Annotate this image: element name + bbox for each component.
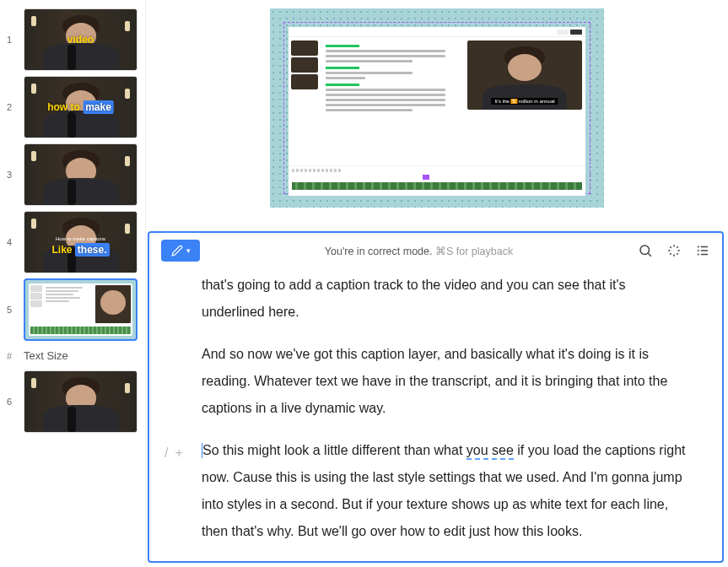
transcript-body[interactable]: that's going to add a caption track to t…: [149, 268, 722, 561]
transcript-paragraph[interactable]: / + So this might look a little differen…: [183, 437, 688, 545]
pencil-icon: [171, 245, 183, 256]
thumbnail-index: 1: [7, 35, 20, 45]
search-icon[interactable]: [638, 243, 653, 258]
preview-frame[interactable]: It's the 5 million in annual: [270, 8, 604, 208]
text-cursor: [202, 443, 202, 458]
hash-icon: #: [7, 351, 20, 361]
thumbnail-index: 6: [7, 397, 20, 407]
thumbnail-row-2[interactable]: 2 how to make: [7, 76, 138, 138]
caption-text: make: [83, 100, 114, 114]
caption-small: How to make captions: [56, 236, 105, 241]
thumbnail-image: [24, 143, 138, 206]
thumbnail-image: [24, 370, 138, 433]
thumbnail-sidebar: 1 video 2 how to make 3: [0, 0, 145, 567]
mode-status: You're in correct mode. ⌘S for playback: [208, 245, 629, 257]
caption-text: video: [67, 34, 94, 46]
video-preview-area: It's the 5 million in annual: [146, 0, 728, 230]
text-size-control[interactable]: # Text Size: [7, 346, 138, 365]
caption-text: these.: [75, 243, 110, 256]
add-block-handle[interactable]: +: [175, 440, 182, 467]
preview-video-thumbnail: It's the 5 million in annual: [467, 40, 582, 110]
svg-point-5: [698, 251, 698, 251]
slash-command-handle[interactable]: /: [164, 440, 168, 467]
thumbnail-row-1[interactable]: 1 video: [7, 8, 138, 71]
thumbnail-row-6[interactable]: 6: [7, 370, 138, 433]
thumbnail-image-selected: [24, 278, 138, 341]
thumbnail-row-3[interactable]: 3: [7, 143, 138, 206]
sparkle-icon[interactable]: [666, 243, 682, 258]
edit-mode-button[interactable]: ▾: [161, 240, 200, 262]
thumbnail-index: 2: [7, 102, 20, 112]
thumbnail-image: video: [24, 8, 138, 71]
thumbnail-index: 5: [7, 305, 20, 315]
transcript-paragraph[interactable]: And so now we've got this caption layer,…: [183, 341, 688, 422]
main-content: It's the 5 million in annual ▾: [145, 0, 728, 567]
text-size-label: Text Size: [24, 349, 68, 362]
thumbnail-image: how to make: [24, 76, 138, 138]
svg-point-4: [698, 246, 698, 247]
list-icon[interactable]: [695, 243, 710, 258]
thumbnail-row-5[interactable]: 5: [7, 278, 138, 341]
svg-point-6: [698, 254, 698, 255]
preview-video-caption: It's the 5 million in annual: [491, 98, 558, 105]
transcript-editor-panel: ▾ You're in correct mode. ⌘S for playbac…: [148, 231, 724, 563]
editor-toolbar: ▾ You're in correct mode. ⌘S for playbac…: [149, 233, 722, 268]
chevron-down-icon: ▾: [186, 246, 191, 255]
preview-editor-ui: It's the 5 million in annual: [289, 27, 585, 196]
thumbnail-index: 4: [7, 237, 20, 247]
linked-phrase[interactable]: you see: [466, 443, 514, 460]
thumbnail-index: 3: [7, 170, 20, 180]
svg-point-0: [640, 246, 650, 255]
thumbnail-row-4[interactable]: 4 How to make captions Like these.: [7, 211, 138, 273]
thumbnail-image: How to make captions Like these.: [24, 211, 138, 273]
shortcut-hint: ⌘S for playback: [435, 246, 513, 257]
mode-text: You're in correct mode.: [325, 246, 433, 257]
transcript-paragraph[interactable]: that's going to add a caption track to t…: [183, 272, 688, 326]
caption-text: Like: [51, 244, 74, 256]
caption-text: how to: [47, 101, 83, 113]
